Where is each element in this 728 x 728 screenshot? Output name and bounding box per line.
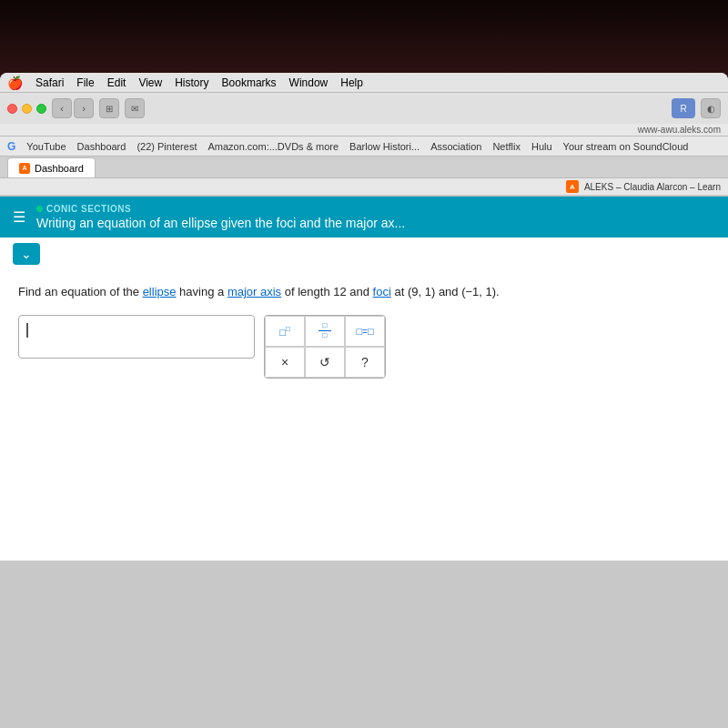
browser-info-bar: www-awu.aleks.com bbox=[0, 124, 728, 136]
menu-help[interactable]: Help bbox=[340, 76, 363, 89]
problem-text-1: Find an equation of the bbox=[18, 285, 139, 298]
bookmark-youtube[interactable]: YouTube bbox=[26, 141, 66, 152]
chevron-down-icon: ⌄ bbox=[21, 247, 32, 261]
major-axis-link[interactable]: major axis bbox=[228, 285, 281, 298]
bookmarks-bar: G YouTube Dashboard (22) Pinterest Amazo… bbox=[0, 136, 728, 157]
menu-file[interactable]: File bbox=[76, 76, 94, 89]
bookmark-soundcloud[interactable]: Your stream on SoundCloud bbox=[563, 141, 689, 152]
menu-safari[interactable]: Safari bbox=[35, 76, 64, 89]
menu-bookmarks[interactable]: Bookmarks bbox=[222, 76, 277, 89]
menu-history[interactable]: History bbox=[175, 76, 208, 89]
bookmark-hulu[interactable]: Hulu bbox=[531, 141, 552, 152]
minimize-button[interactable] bbox=[22, 104, 32, 114]
bookmark-association[interactable]: Association bbox=[430, 141, 481, 152]
bookmark-pinterest[interactable]: (22) Pinterest bbox=[136, 141, 197, 152]
maximize-button[interactable] bbox=[36, 104, 46, 114]
close-button[interactable] bbox=[7, 104, 17, 114]
reader-icon[interactable]: ◐ bbox=[701, 98, 721, 118]
key-undo[interactable]: ↺ bbox=[305, 347, 345, 378]
bookmark-barlow[interactable]: Barlow Histori... bbox=[349, 141, 420, 152]
problem-area: Find an equation of the ellipse having a… bbox=[0, 270, 728, 391]
traffic-lights bbox=[7, 104, 46, 114]
problem-text-3: of length 12 and bbox=[285, 285, 373, 298]
forward-button[interactable]: › bbox=[74, 98, 94, 118]
tabs-bar: A Dashboard bbox=[0, 157, 728, 178]
bookmark-netflix[interactable]: Netflix bbox=[492, 141, 521, 152]
bookmark-google[interactable]: G bbox=[7, 140, 15, 153]
answer-row: □□ □ □ □=□ bbox=[18, 315, 710, 379]
keyboard-row-2: × ↺ ? bbox=[265, 347, 385, 378]
key-fraction[interactable]: □ □ bbox=[305, 316, 345, 347]
menu-bar: 🍎 Safari File Edit View History Bookmark… bbox=[0, 73, 728, 93]
status-dot bbox=[36, 206, 43, 212]
key-superscript[interactable]: □□ bbox=[265, 316, 305, 347]
hamburger-menu[interactable]: ☰ bbox=[13, 208, 25, 226]
browser-content: ☰ CONIC SECTIONS Writing an equation of … bbox=[0, 197, 728, 561]
menu-edit[interactable]: Edit bbox=[107, 76, 126, 89]
active-tab[interactable]: A Dashboard bbox=[7, 157, 96, 177]
foci-link[interactable]: foci bbox=[373, 285, 391, 298]
share-icon[interactable]: R bbox=[672, 98, 695, 118]
problem-text: Find an equation of the ellipse having a… bbox=[18, 283, 710, 302]
keyboard-row-1: □□ □ □ □=□ bbox=[265, 316, 385, 347]
menu-view[interactable]: View bbox=[138, 76, 162, 89]
section-label: CONIC SECTIONS bbox=[36, 204, 715, 214]
url-display: www-awu.aleks.com bbox=[638, 125, 721, 135]
aleks-bar: A ALEKS – Claudia Alarcon – Learn bbox=[566, 180, 721, 193]
text-cursor bbox=[26, 323, 28, 338]
ellipse-link[interactable]: ellipse bbox=[143, 285, 177, 298]
aleks-info-bar: A ALEKS – Claudia Alarcon – Learn bbox=[0, 178, 728, 196]
topic-title: Writing an equation of an ellipse given … bbox=[36, 216, 715, 230]
menu-window[interactable]: Window bbox=[289, 76, 329, 89]
dropdown-toggle[interactable]: ⌄ bbox=[13, 243, 40, 265]
browser-toolbar: ‹ › ⊞ ✉ R ◐ bbox=[0, 93, 728, 124]
bookmark-amazon[interactable]: Amazon.com:...DVDs & more bbox=[207, 141, 339, 152]
tab-icon[interactable]: ⊞ bbox=[99, 98, 119, 118]
header-text-area: CONIC SECTIONS Writing an equation of an… bbox=[36, 204, 715, 230]
mail-icon[interactable]: ✉ bbox=[125, 98, 145, 118]
aleks-header: ☰ CONIC SECTIONS Writing an equation of … bbox=[0, 197, 728, 238]
back-button[interactable]: ‹ bbox=[52, 98, 72, 118]
apple-menu[interactable]: 🍎 bbox=[7, 76, 23, 90]
browser-chrome: ‹ › ⊞ ✉ R ◐ www-awu.aleks.com G YouTube … bbox=[0, 93, 728, 197]
tab-title: Dashboard bbox=[35, 163, 84, 174]
aleks-logo: A bbox=[566, 180, 579, 193]
tab-favicon: A bbox=[19, 163, 30, 174]
key-multiply[interactable]: × bbox=[265, 347, 305, 378]
nav-buttons: ‹ › bbox=[52, 98, 94, 118]
problem-text-4: at (9, 1) and (−1, 1). bbox=[394, 285, 499, 298]
aleks-user-info: ALEKS – Claudia Alarcon – Learn bbox=[584, 182, 721, 192]
key-equation[interactable]: □=□ bbox=[345, 316, 385, 347]
bookmark-dashboard[interactable]: Dashboard bbox=[77, 141, 126, 152]
problem-text-2: having a bbox=[179, 285, 228, 298]
math-keyboard: □□ □ □ □=□ bbox=[264, 315, 386, 379]
answer-input[interactable] bbox=[18, 315, 255, 359]
key-help[interactable]: ? bbox=[345, 347, 385, 378]
